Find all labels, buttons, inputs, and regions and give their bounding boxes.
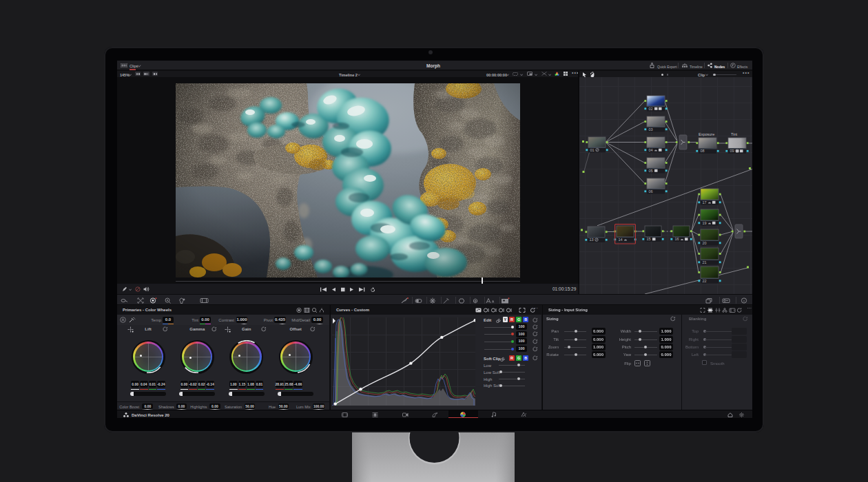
svg-text:22: 22	[703, 279, 707, 283]
svg-text:03: 03	[649, 127, 653, 132]
svg-text:06: 06	[649, 189, 653, 193]
svg-text:17: 17	[703, 200, 707, 205]
svg-text:19: 19	[703, 221, 707, 225]
svg-text:16: 16	[675, 237, 679, 241]
svg-text:01: 01	[590, 148, 595, 152]
svg-text:20: 20	[703, 241, 707, 245]
svg-text:09: 09	[730, 149, 734, 153]
svg-text:08: 08	[701, 149, 705, 153]
svg-text:Tint: Tint	[731, 132, 737, 136]
svg-text:Exposure: Exposure	[699, 132, 714, 136]
svg-text:21: 21	[703, 260, 707, 264]
svg-text:02: 02	[649, 107, 653, 111]
svg-text:05: 05	[649, 169, 653, 173]
svg-text:14: 14	[619, 238, 623, 242]
svg-text:13: 13	[590, 238, 594, 242]
svg-text:15: 15	[647, 237, 651, 241]
svg-text:04: 04	[649, 148, 653, 152]
